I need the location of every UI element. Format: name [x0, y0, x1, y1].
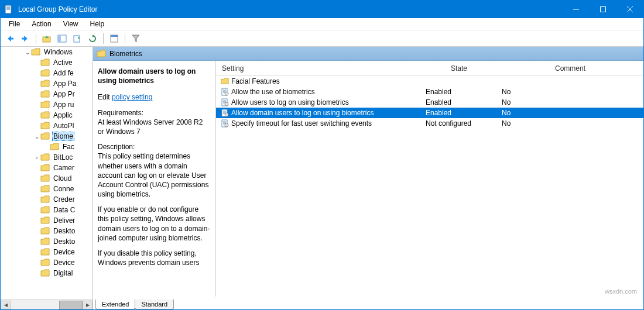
folder-icon	[40, 153, 50, 161]
panes-icon	[57, 35, 67, 43]
row-name: Allow the use of biometrics	[231, 88, 315, 96]
settings-folder-row[interactable]: Facial Features	[216, 76, 643, 87]
edit-policy-link[interactable]: policy setting	[112, 93, 152, 101]
row-comment: No	[497, 109, 643, 117]
scroll-right-button[interactable]: ▶	[83, 301, 93, 309]
tree-node[interactable]: Fac	[33, 142, 93, 152]
forward-button[interactable]	[18, 32, 32, 45]
svg-point-21	[225, 92, 228, 95]
scroll-thumb[interactable]	[59, 301, 83, 309]
folder-icon	[40, 259, 50, 267]
refresh-icon	[88, 35, 97, 43]
description-3: If you disable this policy setting, Wind…	[98, 249, 211, 267]
folder-icon	[40, 69, 50, 77]
up-button[interactable]	[40, 32, 54, 45]
tree-node[interactable]: Cloud	[33, 173, 93, 184]
settings-policy-row[interactable]: Allow users to log on using biometricsEn…	[216, 97, 643, 108]
menu-help[interactable]: Help	[85, 19, 109, 29]
selected-policy-title: Allow domain users to log on using biome…	[98, 67, 211, 85]
tree-node[interactable]: Applic	[33, 110, 93, 120]
main-area: ⌄ Windows ActiveAdd feApp PaApp PrApp ru…	[1, 47, 643, 309]
folder-icon	[40, 80, 50, 88]
svg-point-26	[225, 102, 228, 106]
menu-bar: File Action View Help	[1, 18, 643, 30]
col-state[interactable]: State	[421, 64, 497, 73]
tree-node[interactable]: ⌄Biome	[33, 131, 93, 142]
refresh-button[interactable]	[85, 32, 100, 45]
menu-file[interactable]: File	[4, 19, 25, 29]
tree-node[interactable]: Data C	[33, 205, 93, 215]
tab-extended[interactable]: Extended	[95, 299, 135, 309]
settings-policy-row[interactable]: Specify timeout for fast user switching …	[216, 118, 643, 129]
watermark: wsxdn.com	[605, 288, 637, 295]
tree-node[interactable]: Digital	[33, 268, 93, 278]
toggle-icon[interactable]: ›	[33, 154, 40, 161]
tree-node[interactable]: App ru	[33, 99, 93, 110]
description: Description: This policy setting determi…	[98, 142, 211, 199]
tree-node[interactable]: ⌄ Windows	[3, 47, 93, 57]
edit-link-row: Edit policy setting	[98, 92, 211, 102]
filter-button[interactable]	[129, 32, 143, 45]
close-button[interactable]	[616, 1, 643, 18]
folder-icon	[40, 58, 50, 67]
tree-node[interactable]: AutoPl	[33, 120, 93, 131]
settings-policy-row[interactable]: Allow domain users to log on using biome…	[216, 108, 643, 118]
tree-node[interactable]: Creder	[33, 194, 93, 205]
col-comment[interactable]: Comment	[497, 64, 643, 73]
content-header: Biometrics	[93, 47, 643, 61]
scroll-left-button[interactable]: ◀	[1, 301, 11, 309]
folder-icon	[40, 195, 50, 204]
show-hide-tree-button[interactable]	[55, 32, 69, 45]
tree-node[interactable]: Add fe	[33, 68, 93, 78]
tree-node[interactable]: Deskto	[33, 226, 93, 236]
content-title: Biometrics	[109, 50, 142, 58]
filter-icon	[132, 35, 140, 43]
toggle-icon[interactable]: ⌄	[33, 133, 40, 140]
svg-rect-13	[58, 35, 61, 42]
settings-policy-row[interactable]: Allow the use of biometricsEnabledNo	[216, 87, 643, 97]
folder-icon	[40, 90, 50, 98]
separator	[103, 33, 104, 44]
row-name: Specify timeout for fast user switching …	[231, 119, 372, 128]
menu-view[interactable]: View	[59, 19, 83, 29]
tree-node[interactable]: Camer	[33, 163, 93, 173]
horizontal-scrollbar[interactable]: ◀ ▶	[1, 299, 93, 309]
folder-icon	[40, 216, 50, 225]
tree-node[interactable]: Deskto	[33, 236, 93, 247]
back-button[interactable]	[3, 32, 17, 45]
collapse-icon[interactable]: ⌄	[24, 49, 31, 56]
tree-node[interactable]: ›BitLoc	[33, 152, 93, 163]
folder-icon	[40, 248, 50, 256]
tree-node[interactable]: Device	[33, 247, 93, 257]
policy-icon	[221, 88, 229, 96]
column-headers: Setting State Comment	[216, 61, 643, 76]
separator	[125, 33, 125, 44]
row-comment: No	[497, 98, 643, 106]
tab-standard[interactable]: Standard	[135, 299, 174, 309]
row-name: Allow users to log on using biometrics	[231, 98, 349, 106]
svg-point-36	[225, 123, 228, 127]
tree-node[interactable]: Active	[33, 57, 93, 68]
app-icon	[4, 5, 13, 14]
properties-icon	[109, 35, 119, 43]
row-name: Facial Features	[231, 77, 280, 85]
tree-node[interactable]: Deliver	[33, 215, 93, 226]
maximize-button[interactable]	[590, 1, 616, 18]
tree-pane: ⌄ Windows ActiveAdd feApp PaApp PrApp ru…	[1, 47, 93, 309]
tree-node[interactable]: Conne	[33, 184, 93, 194]
tree-node[interactable]: App Pr	[33, 89, 93, 99]
tree-node[interactable]: App Pa	[33, 78, 93, 89]
tree-node[interactable]: Device	[33, 257, 93, 268]
settings-list-pane: Setting State Comment Facial FeaturesAll…	[216, 61, 643, 297]
policy-icon	[221, 98, 229, 106]
view-tabs: Extended Standard	[93, 297, 643, 309]
folder-icon	[50, 143, 59, 151]
properties-button[interactable]	[107, 32, 121, 45]
menu-action[interactable]: Action	[27, 19, 56, 29]
content-pane: Biometrics Allow domain users to log on …	[93, 47, 643, 309]
separator	[36, 33, 36, 44]
export-button[interactable]	[70, 32, 84, 45]
tree[interactable]: ⌄ Windows ActiveAdd feApp PaApp PrApp ru…	[1, 47, 93, 278]
col-setting[interactable]: Setting	[216, 64, 421, 73]
minimize-button[interactable]	[563, 1, 590, 18]
